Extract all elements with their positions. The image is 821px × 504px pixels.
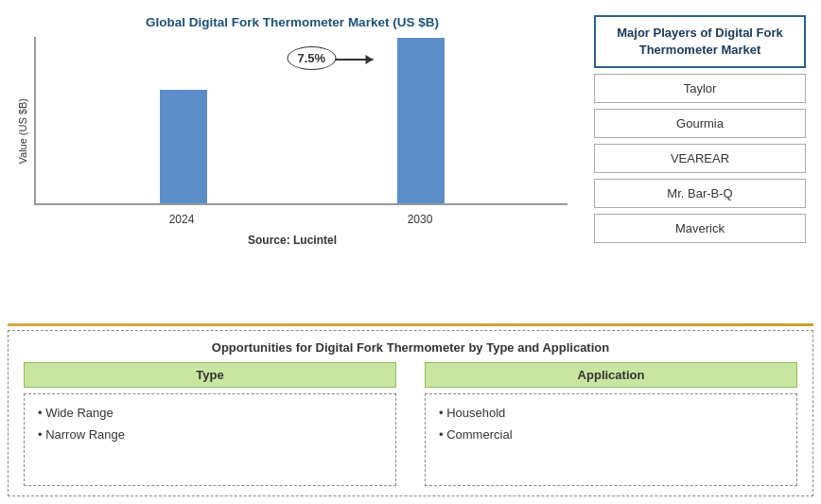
player-mrbarbq: Mr. Bar-B-Q — [594, 179, 806, 208]
label-2030: 2030 — [408, 213, 433, 226]
chart-area: Value (US $B) 7.5% — [17, 37, 568, 226]
chart-title: Global Digital Fork Thermometer Market (… — [146, 15, 439, 29]
application-item-2: Commercial — [439, 424, 783, 445]
divider — [8, 323, 813, 326]
bar-2024-rect — [160, 90, 207, 203]
bar-2030-rect — [397, 38, 445, 203]
player-maverick: Maverick — [594, 214, 806, 243]
top-section: Global Digital Fork Thermometer Market (… — [8, 8, 813, 320]
annotation-bubble: 7.5% — [288, 46, 337, 70]
bottom-section: Opportunities for Digital Fork Thermomet… — [8, 330, 813, 496]
chart-inner: 7.5% 2024 — [34, 37, 568, 226]
player-taylor: Taylor — [594, 74, 806, 103]
label-2024: 2024 — [169, 213, 195, 226]
source-text: Source: Lucintel — [248, 234, 337, 247]
type-item-1: Wide Range — [38, 402, 382, 424]
players-section: Major Players of Digital Fork Thermomete… — [586, 8, 813, 320]
annotation-container: 7.5% — [288, 46, 337, 70]
bar-2024 — [160, 90, 207, 203]
bottom-title: Opportunities for Digital Fork Thermomet… — [24, 340, 797, 355]
main-container: Global Digital Fork Thermometer Market (… — [0, 0, 821, 504]
type-body: Wide Range Narrow Range — [24, 393, 396, 486]
bar-2030 — [397, 38, 445, 203]
bottom-content: Type Wide Range Narrow Range Application… — [24, 362, 797, 486]
application-column: Application Household Commercial — [425, 362, 797, 486]
application-body: Household Commercial — [425, 393, 797, 486]
bars-container: 7.5% — [34, 37, 568, 205]
type-item-2: Narrow Range — [38, 424, 382, 445]
arrow-line — [335, 59, 373, 61]
x-labels: 2024 2030 — [34, 205, 568, 226]
player-gourmia: Gourmia — [594, 109, 806, 138]
type-header: Type — [24, 362, 396, 388]
type-list: Wide Range Narrow Range — [38, 402, 382, 446]
application-item-1: Household — [439, 402, 783, 424]
y-axis-label: Value (US $B) — [17, 98, 28, 165]
players-title: Major Players of Digital Fork Thermomete… — [594, 15, 806, 68]
application-list: Household Commercial — [439, 402, 783, 446]
chart-section: Global Digital Fork Thermometer Market (… — [8, 8, 577, 320]
player-vearear: VEAREAR — [594, 144, 806, 173]
annotation-text: 7.5% — [298, 51, 326, 65]
application-header: Application — [425, 362, 797, 388]
type-column: Type Wide Range Narrow Range — [24, 362, 396, 486]
